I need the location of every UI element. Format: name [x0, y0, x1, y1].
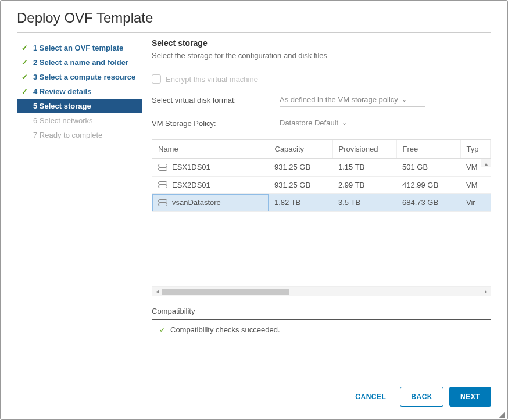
cell-free: 684.73 GB: [396, 194, 460, 212]
scroll-up-icon[interactable]: ▴: [481, 159, 491, 167]
cell-capacity: 1.82 TB: [269, 194, 332, 212]
encrypt-row: Encrypt this virtual machine: [152, 74, 491, 84]
scroll-thumb[interactable]: [162, 289, 289, 295]
wizard-step-2[interactable]: ✓2 Select a name and folder: [17, 55, 142, 70]
datastore-name: ESX2DS01: [172, 181, 210, 189]
dialog-title: Deploy OVF Template: [1, 1, 507, 32]
dialog-body: ✓1 Select an OVF template✓2 Select a nam…: [1, 38, 507, 375]
scroll-track[interactable]: [162, 289, 481, 295]
compat-label: Compatibility: [152, 307, 491, 315]
step-label: 7 Ready to complete: [33, 131, 102, 139]
wizard-step-4[interactable]: ✓4 Review details: [17, 84, 142, 99]
divider: [17, 32, 491, 33]
wizard-step-7: 7 Ready to complete: [17, 128, 142, 142]
datastore-icon: [158, 199, 167, 207]
encrypt-checkbox: [152, 74, 161, 84]
divider: [152, 66, 491, 66]
disk-format-label: Select virtual disk format:: [152, 96, 280, 105]
check-icon: ✓: [159, 325, 166, 334]
content-pane: Select storage Select the storage for th…: [142, 38, 491, 375]
cell-provisioned: 1.15 TB: [332, 159, 396, 177]
datastore-icon: [158, 181, 167, 189]
scroll-left-icon[interactable]: ◂: [152, 288, 162, 296]
encrypt-label: Encrypt this virtual machine: [166, 75, 258, 84]
step-label: 2 Select a name and folder: [33, 58, 128, 67]
cell-type: Vir: [460, 194, 491, 212]
wizard-steps: ✓1 Select an OVF template✓2 Select a nam…: [17, 38, 142, 375]
back-button[interactable]: BACK: [400, 387, 443, 407]
col-type[interactable]: Typ: [460, 140, 491, 159]
step-label: 1 Select an OVF template: [33, 44, 123, 52]
cell-free: 501 GB: [396, 159, 460, 177]
section-subtitle: Select the storage for the configuration…: [152, 51, 491, 60]
resize-handle-icon[interactable]: ◢: [499, 410, 505, 418]
cell-capacity: 931.25 GB: [269, 159, 332, 177]
section-heading: Select storage: [152, 38, 491, 48]
disk-format-value: As defined in the VM storage policy: [280, 95, 398, 104]
step-label: 6 Select networks: [33, 116, 93, 125]
cell-provisioned: 2.99 TB: [332, 176, 396, 194]
datastore-table[interactable]: Name Capacity Provisioned Free Typ ESX1D…: [152, 140, 491, 212]
cell-name: ESX1DS01: [152, 159, 269, 177]
check-icon: ✓: [22, 87, 30, 96]
next-button[interactable]: NEXT: [449, 387, 491, 407]
table-row[interactable]: vsanDatastore1.82 TB3.5 TB684.73 GBVir: [152, 194, 491, 212]
wizard-step-6: 6 Select networks: [17, 113, 142, 128]
check-icon: ✓: [22, 58, 30, 67]
col-free[interactable]: Free: [396, 140, 460, 159]
table-header-row: Name Capacity Provisioned Free Typ: [152, 140, 491, 159]
cell-type: VM: [460, 176, 491, 194]
vm-policy-value: Datastore Default: [280, 119, 338, 127]
disk-format-row: Select virtual disk format: As defined i…: [152, 93, 491, 107]
vm-policy-select[interactable]: Datastore Default ⌄: [280, 116, 373, 130]
datastore-icon: [158, 164, 167, 172]
datastore-name: vsanDatastore: [172, 198, 221, 207]
cell-name: ESX2DS01: [152, 176, 269, 194]
scroll-right-icon[interactable]: ▸: [481, 288, 491, 296]
col-provisioned[interactable]: Provisioned: [332, 140, 396, 159]
compat-box: ✓ Compatibility checks succeeded.: [152, 319, 491, 365]
step-label: 3 Select a compute resource: [33, 73, 135, 81]
chevron-down-icon: ⌄: [402, 96, 407, 103]
col-capacity[interactable]: Capacity: [269, 140, 332, 159]
datastore-name: ESX1DS01: [172, 163, 210, 171]
table-row[interactable]: ESX2DS01931.25 GB2.99 TB412.99 GBVM: [152, 176, 491, 194]
wizard-step-1[interactable]: ✓1 Select an OVF template: [17, 41, 142, 55]
cell-name: vsanDatastore: [152, 194, 269, 212]
col-name[interactable]: Name: [152, 140, 269, 159]
vm-policy-label: VM Storage Policy:: [152, 119, 280, 128]
datastore-table-wrap: Name Capacity Provisioned Free Typ ESX1D…: [152, 139, 491, 296]
cell-capacity: 931.25 GB: [269, 176, 332, 194]
horizontal-scrollbar[interactable]: ◂ ▸: [152, 286, 491, 296]
disk-format-select[interactable]: As defined in the VM storage policy ⌄: [280, 93, 425, 107]
check-icon: ✓: [22, 44, 30, 52]
dialog-footer: CANCEL BACK NEXT: [1, 375, 507, 419]
ovf-deploy-dialog: Deploy OVF Template ✓1 Select an OVF tem…: [0, 0, 508, 420]
cell-provisioned: 3.5 TB: [332, 194, 396, 212]
table-row[interactable]: ESX1DS01931.25 GB1.15 TB501 GBVM: [152, 159, 491, 177]
step-label: 4 Review details: [33, 87, 91, 96]
chevron-down-icon: ⌄: [342, 119, 347, 127]
wizard-step-5[interactable]: 5 Select storage: [17, 99, 142, 113]
wizard-step-3[interactable]: ✓3 Select a compute resource: [17, 70, 142, 84]
cancel-button[interactable]: CANCEL: [347, 388, 394, 405]
compat-message: Compatibility checks succeeded.: [170, 325, 280, 334]
check-icon: ✓: [22, 73, 30, 81]
step-label: 5 Select storage: [33, 102, 91, 110]
cell-free: 412.99 GB: [396, 176, 460, 194]
vm-policy-row: VM Storage Policy: Datastore Default ⌄: [152, 116, 491, 130]
